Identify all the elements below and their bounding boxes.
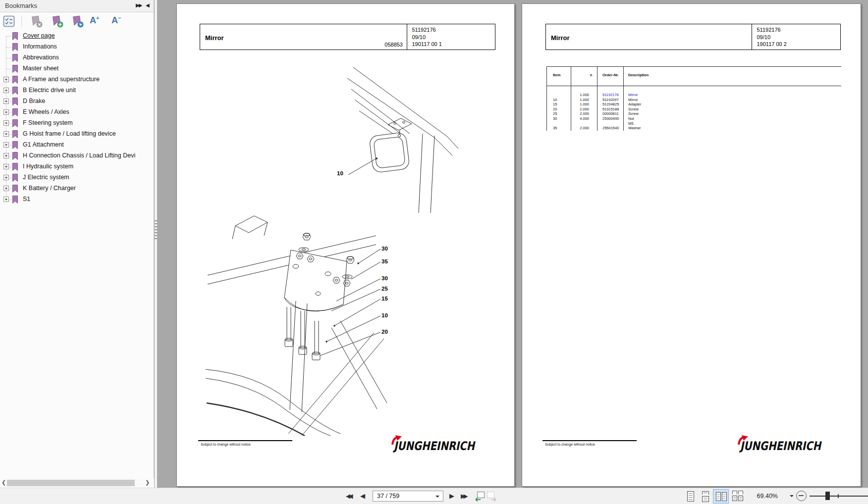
bookmark-icon: [11, 75, 19, 84]
add-bookmark-icon[interactable]: [51, 15, 64, 28]
parts-table-cell: 00000611: [597, 111, 623, 116]
bookmarks-vertical-scrollbar[interactable]: [155, 0, 157, 488]
next-view-button[interactable]: [486, 491, 498, 502]
facing-page-view-icon[interactable]: [715, 490, 727, 503]
expand-plus-icon[interactable]: +: [3, 99, 9, 104]
previous-page-button[interactable]: ◀: [360, 492, 365, 500]
bookmark-label[interactable]: S1: [23, 196, 30, 202]
parts-table-cell: Mirror: [623, 98, 841, 102]
bookmark-label[interactable]: F Steering system: [23, 119, 73, 126]
parts-table-cell: Screw: [623, 111, 841, 116]
last-page-button[interactable]: ▶▶: [461, 493, 466, 500]
bookmark-label[interactable]: H Connection Chassis / Load Lifting Devi: [23, 152, 135, 159]
scroll-right-icon[interactable]: ❯: [145, 479, 150, 486]
jungheinrich-logo: JUNGHEINRICH: [733, 439, 827, 454]
previous-view-button[interactable]: [474, 491, 486, 502]
bookmark-item[interactable]: +S1: [0, 194, 154, 205]
parts-table-cell: 1.000: [571, 98, 597, 102]
page-number-input[interactable]: 37 / 759: [373, 491, 443, 502]
bookmark-item[interactable]: +K Battery / Charger: [0, 183, 154, 194]
bookmark-label[interactable]: G Hoist frame / Load lifting device: [23, 130, 116, 137]
document-page-left: Mirror 058853 51192176 09/10 190117 00 1: [176, 3, 515, 487]
footer-note: Subject to change without notice: [545, 443, 595, 446]
bookmark-label[interactable]: E Wheels / Axles: [23, 108, 69, 115]
expand-plus-icon[interactable]: +: [3, 109, 9, 115]
expand-plus-icon[interactable]: +: [3, 153, 9, 158]
bookmark-item[interactable]: Informations: [0, 42, 154, 52]
bookmark-label[interactable]: I Hydraulic system: [23, 163, 73, 170]
bookmark-label[interactable]: Informations: [23, 43, 57, 50]
bookmark-item[interactable]: +G Hoist frame / Load lifting device: [0, 129, 154, 140]
first-page-button[interactable]: ◀◀: [346, 493, 351, 500]
bookmark-label[interactable]: Cover page: [23, 32, 55, 39]
footer-note: Subject to change without notice: [201, 443, 251, 446]
parts-table-cell: 51315188: [597, 107, 623, 112]
expand-plus-icon[interactable]: +: [3, 175, 9, 180]
expand-plus-icon[interactable]: +: [3, 131, 9, 137]
expand-plus-icon[interactable]: +: [3, 77, 9, 82]
locate-bookmark-icon[interactable]: [71, 15, 84, 28]
expand-plus-icon[interactable]: +: [3, 186, 9, 191]
expand-all-bookmarks-icon[interactable]: ▶▶: [136, 2, 141, 8]
bookmark-item[interactable]: +A Frame and superstructure: [0, 74, 154, 85]
bookmark-item[interactable]: +H Connection Chassis / Load Lifting Dev…: [0, 151, 154, 161]
bookmark-item[interactable]: +I Hydraulic system: [0, 161, 154, 172]
expand-plus-icon[interactable]: +: [3, 164, 9, 169]
delete-bookmark-icon[interactable]: [30, 15, 43, 28]
collapse-panel-icon[interactable]: ◀: [146, 2, 150, 8]
expand-plus-icon[interactable]: +: [3, 142, 9, 148]
zoom-slider-track[interactable]: [810, 496, 868, 497]
bookmark-label[interactable]: Abbrevations: [23, 54, 59, 61]
zoom-slider-thumb[interactable]: [825, 492, 830, 500]
bookmark-item[interactable]: Abbrevations: [0, 52, 154, 63]
bookmark-icon: [11, 162, 19, 171]
bookmark-item[interactable]: +F Steering system: [0, 118, 154, 129]
bookmark-item[interactable]: +B Electric drive unit: [0, 85, 154, 96]
bookmark-label[interactable]: K Battery / Charger: [23, 185, 76, 192]
zoom-out-button[interactable]: [796, 491, 807, 501]
single-page-view-icon[interactable]: [685, 490, 697, 503]
doc-number: 190117 00 2: [757, 41, 841, 48]
scrollbar-thumb[interactable]: [7, 480, 135, 486]
bookmark-label[interactable]: A Frame and superstructure: [23, 76, 100, 83]
callout-label: 35: [381, 258, 388, 264]
page-dropdown-icon[interactable]: [435, 496, 439, 498]
parts-table-cell: [546, 93, 571, 98]
expand-plus-icon[interactable]: +: [3, 120, 9, 126]
zoom-percentage[interactable]: 69.40%: [738, 493, 778, 500]
zoom-dropdown-icon[interactable]: [790, 495, 794, 497]
brand-wordmark: JUNGHEINRICH: [394, 439, 475, 453]
parts-table-cell: 2.000: [571, 107, 597, 112]
bookmark-icon: [11, 173, 19, 182]
panel-splitter-grip[interactable]: [155, 220, 157, 239]
bookmarks-panel-header: Bookmarks ▶▶ ◀: [0, 0, 154, 12]
scroll-left-icon[interactable]: ❮: [1, 479, 6, 486]
parts-table-cell: Nut: [623, 116, 841, 121]
continuous-view-icon[interactable]: [700, 490, 712, 503]
bookmark-options-icon[interactable]: [3, 15, 16, 28]
decrease-text-size-icon[interactable]: A−: [111, 15, 121, 26]
bookmark-label[interactable]: D Brake: [23, 98, 45, 104]
bookmarks-horizontal-scrollbar[interactable]: ❮ ❯: [0, 478, 154, 488]
bookmark-label[interactable]: J Electric system: [23, 174, 69, 181]
page-title: Mirror: [551, 34, 570, 42]
bookmark-label[interactable]: B Electric drive unit: [23, 87, 76, 94]
expand-plus-icon[interactable]: +: [3, 88, 9, 93]
page-number-value[interactable]: 37 / 759: [377, 493, 399, 500]
increase-text-size-icon[interactable]: A+: [90, 15, 99, 26]
bookmark-item[interactable]: +G1 Attachment: [0, 140, 154, 151]
callout-label: 25: [381, 286, 388, 292]
toolbar-separator: [21, 16, 22, 27]
bookmark-label[interactable]: G1 Attachment: [23, 141, 64, 148]
callout-label: 20: [381, 329, 388, 335]
bookmark-label[interactable]: Master sheet: [23, 65, 58, 72]
parts-table-cell: 35: [546, 126, 571, 131]
expand-plus-icon[interactable]: +: [3, 197, 9, 202]
bookmark-icon: [11, 32, 19, 41]
next-page-button[interactable]: ▶: [449, 492, 454, 500]
bookmark-item[interactable]: +J Electric system: [0, 172, 154, 183]
bookmark-item[interactable]: +D Brake: [0, 96, 154, 107]
bookmark-item[interactable]: Master sheet: [0, 63, 154, 74]
bookmark-item[interactable]: Cover page: [0, 31, 154, 42]
bookmark-item[interactable]: +E Wheels / Axles: [0, 107, 154, 118]
